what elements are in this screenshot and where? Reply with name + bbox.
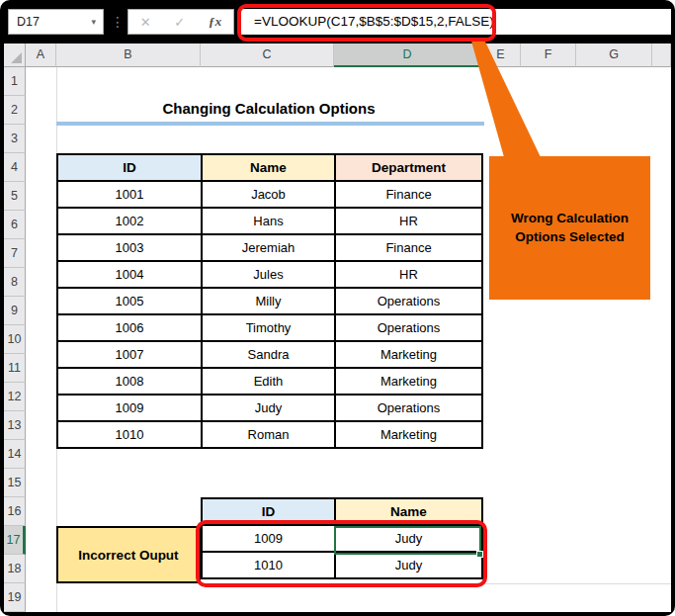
cell-department[interactable]: Operations: [335, 314, 482, 341]
row-header-15[interactable]: 15: [4, 469, 26, 497]
row-header-3[interactable]: 3: [4, 125, 26, 153]
cell-id[interactable]: 1009: [57, 395, 202, 421]
main-table-header-row: ID Name Department: [57, 154, 482, 181]
name-box-dropdown-icon[interactable]: ▾: [91, 17, 103, 27]
insert-function-icon[interactable]: ƒx: [209, 14, 222, 30]
table-row: 1001JacobFinance: [57, 181, 482, 208]
enter-icon[interactable]: ✓: [174, 15, 185, 30]
cell-id[interactable]: 1002: [57, 208, 202, 234]
row-header-17-selected[interactable]: 17: [4, 526, 26, 555]
cell-department[interactable]: HR: [335, 261, 482, 288]
row-header-8[interactable]: 8: [4, 268, 26, 297]
cell-name[interactable]: Roman: [202, 421, 335, 448]
main-header-department[interactable]: Department: [335, 154, 482, 181]
cell-id[interactable]: 1004: [57, 261, 202, 288]
incorrect-output-label: Incorrect Ouput: [56, 526, 201, 583]
column-header-b[interactable]: B: [56, 44, 201, 67]
cell-department[interactable]: HR: [335, 208, 482, 234]
row-header-6[interactable]: 6: [4, 211, 26, 239]
cell-department[interactable]: Finance: [335, 181, 482, 208]
row-header-4[interactable]: 4: [4, 153, 26, 182]
column-header-f[interactable]: F: [521, 44, 576, 67]
cell-id[interactable]: 1006: [57, 314, 202, 341]
cell-department[interactable]: Marketing: [335, 368, 482, 395]
column-header-partial: [652, 44, 671, 67]
cell-name[interactable]: Jules: [202, 261, 335, 288]
column-header-c[interactable]: C: [201, 44, 334, 67]
column-header-a[interactable]: A: [26, 44, 56, 67]
cell-name[interactable]: Milly: [202, 288, 335, 314]
select-all-corner[interactable]: [4, 44, 26, 67]
cell-department[interactable]: Finance: [335, 234, 482, 261]
cell-id[interactable]: 1001: [57, 181, 202, 208]
table-row: 1002HansHR: [57, 208, 482, 234]
column-header-g[interactable]: G: [576, 44, 652, 67]
row-header-10[interactable]: 10: [4, 325, 26, 354]
toolbar-separator-dots-icon: ⋮: [111, 10, 124, 34]
formula-highlight-box: [237, 4, 496, 42]
column-header-d-selected[interactable]: D: [334, 44, 481, 67]
row-header-7[interactable]: 7: [4, 239, 26, 268]
cell-id[interactable]: 1003: [57, 234, 202, 261]
cell-name[interactable]: Jeremiah: [202, 234, 335, 261]
row-header-12[interactable]: 12: [4, 383, 26, 411]
cell-id[interactable]: 1007: [57, 341, 202, 368]
cell-name[interactable]: Jacob: [202, 181, 335, 208]
output-highlight-box: [196, 520, 487, 587]
row-header-9[interactable]: 9: [4, 297, 26, 325]
cell-name[interactable]: Sandra: [202, 341, 335, 368]
cell-id[interactable]: 1005: [57, 288, 202, 314]
cell-department[interactable]: Operations: [335, 395, 482, 421]
cell-name[interactable]: Timothy: [202, 314, 335, 341]
callout-box: Wrong Calculation Options Selected: [489, 156, 650, 300]
cell-name[interactable]: Hans: [202, 208, 335, 234]
table-row: 1010RomanMarketing: [57, 421, 482, 448]
row-header-1[interactable]: 1: [4, 67, 26, 96]
row-header-2[interactable]: 2: [4, 96, 26, 125]
row-header-5[interactable]: 5: [4, 182, 26, 211]
table-row: 1007SandraMarketing: [57, 341, 482, 368]
page-title: Changing Calculation Options: [56, 94, 481, 123]
column-header-e[interactable]: E: [481, 44, 521, 67]
corner-triangle-icon: [11, 52, 22, 63]
table-row: 1009JudyOperations: [57, 395, 482, 421]
cell-name[interactable]: Judy: [202, 395, 335, 421]
gridline-horizontal: [481, 583, 671, 584]
cell-department[interactable]: Marketing: [335, 421, 482, 448]
row-header-13[interactable]: 13: [4, 411, 26, 440]
column-headers: A B C D E F G: [0, 44, 675, 67]
fill-handle[interactable]: [476, 551, 483, 558]
table-row: 1008EdithMarketing: [57, 368, 482, 395]
cell-department[interactable]: Operations: [335, 288, 482, 314]
cell-id[interactable]: 1010: [57, 421, 202, 448]
formula-buttons-group: ✕ ✓ ƒx: [127, 9, 234, 35]
row-header-16[interactable]: 16: [4, 497, 26, 526]
cancel-icon[interactable]: ✕: [140, 15, 151, 30]
row-header-11[interactable]: 11: [4, 354, 26, 383]
sheet-area: Changing Calculation Options ID Name Dep…: [26, 67, 671, 612]
table-row: 1003JeremiahFinance: [57, 234, 482, 261]
row-header-14[interactable]: 14: [4, 440, 26, 469]
cell-name[interactable]: Edith: [202, 368, 335, 395]
table-row: 1005MillyOperations: [57, 288, 482, 314]
main-header-id[interactable]: ID: [57, 154, 202, 181]
table-row: 1004JulesHR: [57, 261, 482, 288]
name-box-value: D17: [9, 15, 91, 29]
table-row: 1006TimothyOperations: [57, 314, 482, 341]
callout-text: Wrong Calculation Options Selected: [510, 210, 631, 247]
excel-screenshot-frame: D17 ▾ ⋮ ✕ ✓ ƒx =VLOOKUP(C17,$B$5:$D$15,2…: [0, 0, 675, 616]
row-header-19[interactable]: 19: [4, 583, 26, 612]
cell-department[interactable]: Marketing: [335, 341, 482, 368]
name-box[interactable]: D17 ▾: [8, 9, 104, 35]
main-table: ID Name Department 1001JacobFinance 1002…: [56, 153, 483, 449]
cell-id[interactable]: 1008: [57, 368, 202, 395]
title-underline: [56, 122, 484, 126]
row-header-18[interactable]: 18: [4, 555, 26, 583]
main-header-name[interactable]: Name: [202, 154, 335, 181]
